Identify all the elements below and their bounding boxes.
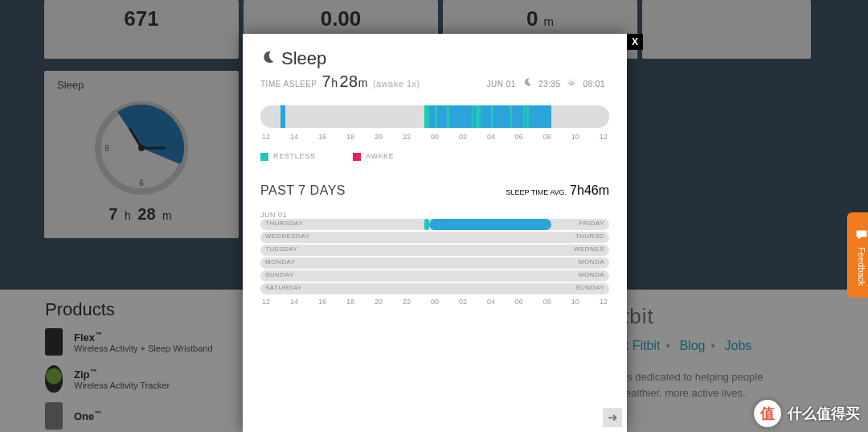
svg-line-12	[574, 80, 575, 81]
awake-count: (awake 1x)	[373, 79, 420, 88]
past7-row: TUESDAYWEDNES	[260, 245, 609, 256]
sleep-timeline-chart: 12141618202200020406081012 RESTLESS AWAK…	[260, 105, 609, 161]
past7-date: JUN 01	[260, 211, 609, 219]
sleep-detail-modal: Sleep TIME ASLEEP 7h 28m (awake 1x) JUN …	[243, 34, 627, 432]
past7-title: PAST 7 DAYS	[260, 183, 346, 198]
past7-row: SUNDAYMONDA	[260, 270, 609, 282]
moon-small-icon	[522, 77, 532, 87]
date-label: JUN 01	[487, 80, 516, 88]
time-asleep-label: TIME ASLEEP	[260, 80, 317, 88]
past7-row: SATURDAYSUNDAY	[260, 283, 609, 294]
past7-row: WEDNESDAYTHURSD	[260, 232, 609, 243]
smzdm-badge-icon: 值	[754, 400, 781, 427]
legend-restless-swatch	[260, 153, 268, 161]
modal-title: Sleep	[281, 48, 326, 69]
moon-icon	[260, 50, 275, 64]
avg-label: SLEEP TIME AVG.	[506, 188, 567, 196]
bed-time: 23:35	[538, 80, 561, 88]
feedback-tab[interactable]: Feedback	[847, 212, 868, 298]
next-button[interactable]: ➜	[603, 408, 622, 427]
close-button[interactable]: X	[627, 34, 643, 50]
timeline-seg-asleep	[280, 105, 285, 128]
wake-time: 08:01	[583, 80, 605, 88]
sunrise-icon	[567, 77, 576, 87]
chat-icon	[855, 228, 868, 241]
svg-line-11	[569, 80, 570, 81]
watermark: 值 什么值得买	[754, 400, 860, 427]
past7-row: MONDAYMONDA	[260, 257, 609, 269]
legend-awake-swatch	[353, 153, 361, 161]
past7-row: THURSDAYFRIDAY	[260, 219, 609, 230]
